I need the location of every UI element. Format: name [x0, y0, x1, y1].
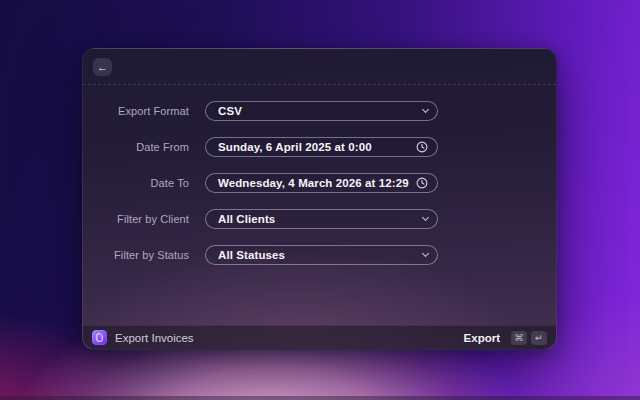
- filter-status-select[interactable]: All Statuses: [205, 245, 438, 265]
- form-row-date-to: Date To Wednesday, 4 March 2026 at 12:29: [83, 173, 556, 193]
- date-from-value: Sunday, 6 April 2025 at 0:00: [218, 141, 372, 153]
- chevron-down-icon: [422, 214, 429, 221]
- dialog-header: ←: [83, 49, 556, 84]
- filter-client-value: All Clients: [218, 213, 275, 225]
- chevron-down-icon: [422, 106, 429, 113]
- form-row-filter-status: Filter by Status All Statuses: [83, 245, 556, 265]
- export-invoices-dialog: ← Export Format CSV Date From Sunday, 6 …: [82, 48, 557, 350]
- date-from-input[interactable]: Sunday, 6 April 2025 at 0:00: [205, 137, 438, 157]
- screen-bottom-edge: [0, 396, 640, 400]
- export-format-label: Export Format: [83, 101, 189, 121]
- export-format-value: CSV: [218, 105, 242, 117]
- header-divider: [83, 84, 556, 85]
- chevron-down-icon: [422, 250, 429, 257]
- invoice-document-icon: [92, 330, 107, 345]
- back-button[interactable]: ←: [93, 58, 112, 76]
- filter-status-value: All Statuses: [218, 249, 285, 261]
- back-arrow-icon: ←: [97, 62, 108, 73]
- filter-client-select[interactable]: All Clients: [205, 209, 438, 229]
- command-key-icon[interactable]: ⌘: [511, 331, 527, 345]
- date-to-value: Wednesday, 4 March 2026 at 12:29: [218, 177, 409, 189]
- filter-status-label: Filter by Status: [83, 245, 189, 265]
- return-key-icon[interactable]: ↵: [531, 331, 547, 345]
- export-button[interactable]: Export: [464, 332, 500, 344]
- form-row-export-format: Export Format CSV: [83, 101, 556, 121]
- date-from-label: Date From: [83, 137, 189, 157]
- form-row-date-from: Date From Sunday, 6 April 2025 at 0:00: [83, 137, 556, 157]
- form-row-filter-client: Filter by Client All Clients: [83, 209, 556, 229]
- date-to-label: Date To: [83, 173, 189, 193]
- dialog-footer: Export Invoices Export ⌘ ↵: [83, 325, 556, 349]
- date-to-input[interactable]: Wednesday, 4 March 2026 at 12:29: [205, 173, 438, 193]
- desktop-background: ← Export Format CSV Date From Sunday, 6 …: [0, 0, 640, 400]
- clock-icon: [416, 141, 428, 153]
- dialog-title: Export Invoices: [115, 332, 194, 344]
- export-format-select[interactable]: CSV: [205, 101, 438, 121]
- clock-icon: [416, 177, 428, 189]
- filter-client-label: Filter by Client: [83, 209, 189, 229]
